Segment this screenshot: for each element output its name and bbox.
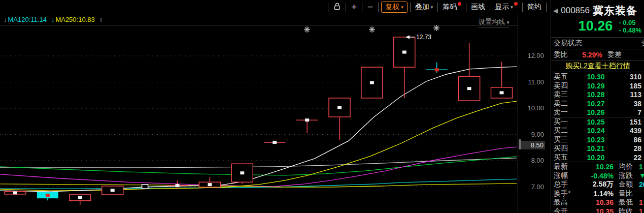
kline-chart[interactable]: 12.73 <box>0 0 519 213</box>
ask-price: 10.30 <box>579 73 613 81</box>
bid-level-label: 买一 <box>554 117 579 127</box>
ask-volume: 7 <box>613 108 641 116</box>
l2-link[interactable]: 购买L2查看十档行情 <box>565 62 630 71</box>
bid-price: 10.23 <box>579 136 613 144</box>
bid-row[interactable]: 买一10.25151 <box>551 117 644 127</box>
stat-value-clipped: 26 <box>639 180 644 189</box>
toolbar-draw-line-button[interactable]: 画线 <box>466 0 490 14</box>
bid-row[interactable]: 买三10.2386 <box>551 135 644 144</box>
back-arrow-icon[interactable]: ◀ <box>553 7 558 14</box>
notification-dot <box>514 2 518 6</box>
toolbar-chips-button[interactable]: 筹码 <box>438 0 466 14</box>
toolbar-simple-button[interactable]: 简约 <box>523 0 546 14</box>
toolbar-chips-label: 筹码 <box>443 3 457 12</box>
axis-label-9.00: 9.00 <box>520 131 544 138</box>
ask-row[interactable]: 卖一10.267 <box>551 108 644 117</box>
event-star-icon <box>433 25 439 31</box>
ma-label-item: ↑ <box>99 16 103 23</box>
stat-value-clipped: 1 <box>639 207 643 213</box>
stats-row: 换手*1.14%量比 <box>551 189 644 198</box>
bid-price: 10.20 <box>579 154 613 162</box>
ask-price: 10.29 <box>579 82 613 90</box>
bid-volume: 86 <box>613 136 641 144</box>
bid-volume: 22 <box>613 154 641 162</box>
price-change-pct: - 0.48% <box>619 26 641 34</box>
bid-row[interactable]: 买二10.24439 <box>551 126 644 135</box>
ma-trend-arrow-icon: ↓ <box>4 16 7 23</box>
ma-white-fast <box>0 67 517 192</box>
toolbar-separator <box>378 3 379 12</box>
stock-code: 000856 <box>561 6 590 16</box>
stat-value: 2.58万 <box>577 180 614 189</box>
toolbar-fuquan-button[interactable]: 复权▾ <box>381 2 408 13</box>
ask-level-label: 卖二 <box>554 99 579 108</box>
toolbar-overlay-button[interactable]: 叠加▾ <box>411 0 438 14</box>
toolbar-zoom-out-button[interactable]: − <box>362 0 378 14</box>
bid-book: 买一10.25151买二10.24439买三10.2386买四10.2128买五… <box>551 117 644 163</box>
axis-label-8.50: 8.50 <box>520 141 545 149</box>
stat-label: 最新 <box>554 162 577 171</box>
l2-upsell-row: 购买L2查看十档行情 <box>551 60 644 72</box>
bid-volume: 28 <box>613 144 641 153</box>
panel-resize-handle[interactable] <box>519 139 521 149</box>
weibi-label: 委比 <box>554 50 568 59</box>
toolbar-draw-line-label: 画线 <box>471 3 485 12</box>
chevron-down-icon: ▾ <box>507 20 510 25</box>
axis-label-12.00: 12.00 <box>520 52 544 59</box>
ma-settings-link[interactable]: 设置均线 ▾ <box>479 17 509 28</box>
event-star-icon <box>369 26 375 33</box>
trade-status-row: 交易状态 交 <box>551 38 644 49</box>
ask-row[interactable]: 卖四10.29185 <box>551 81 644 90</box>
stat-label: 换手* <box>554 189 577 198</box>
axis-label-11.00: 11.00 <box>520 78 544 86</box>
ask-volume: 310 <box>613 73 641 81</box>
axis-label-8.00: 8.00 <box>520 157 544 164</box>
bid-level-label: 买二 <box>554 126 579 135</box>
stock-header: ◀ 000856 冀东装备 <box>551 0 644 17</box>
bid-row[interactable]: 买五10.2022 <box>551 153 644 162</box>
weibi-row: 委比 5.29% 委差 <box>551 49 644 60</box>
toolbar-fuquan-label: 复权 <box>385 3 399 12</box>
stat-label: 总手 <box>554 180 577 189</box>
stats-grid: 最新10.26均价1涨幅-0.48%涨跌▼总手2.58万金额26换手*1.14%… <box>551 162 644 213</box>
stat-value: 10.26 <box>577 163 614 171</box>
high-price-annotation: 12.73 <box>416 34 431 41</box>
stock-name: 冀东装备 <box>593 4 637 18</box>
trade-status-right-clipped: 交 <box>641 39 644 48</box>
bid-level-label: 买三 <box>554 135 579 144</box>
stats-row: 总手2.58万金额26 <box>551 180 644 189</box>
ask-row[interactable]: 卖三10.28113 <box>551 90 644 99</box>
bid-level-label: 买五 <box>554 153 579 162</box>
bid-price: 10.24 <box>579 127 613 135</box>
ask-row[interactable]: 卖二10.2738 <box>551 99 644 108</box>
ask-volume: 185 <box>613 82 641 90</box>
bid-row[interactable]: 买四10.2128 <box>551 144 644 153</box>
bid-level-label: 买四 <box>554 144 579 153</box>
bid-price: 10.21 <box>579 144 613 153</box>
toolbar-lock-button[interactable] <box>328 0 346 14</box>
stats-row: 涨幅-0.48%涨跌▼ <box>551 171 644 180</box>
toolbar-zoom-out-label: − <box>367 2 373 13</box>
stat-value-clipped: 1 <box>639 198 643 206</box>
toolbar-display-button[interactable]: 显示▾ <box>490 0 522 14</box>
toolbar-display-label: 显示 <box>495 3 509 12</box>
axis-label-10.00: 10.00 <box>520 104 544 112</box>
ma120-cyan <box>0 179 517 189</box>
trading-app-window: 12.73 ↓MA120:11.14↓MA250:10.83↑ 设置均线 ▾ +… <box>0 0 644 213</box>
toolbar-zoom-in-label: + <box>351 2 357 13</box>
toolbar-simple-label: 简约 <box>527 3 541 12</box>
ma-label: MA250:10.83 <box>55 16 94 23</box>
ask-row[interactable]: 卖五10.30310 <box>551 72 644 81</box>
last-price: 10.26 <box>579 18 613 34</box>
stats-row: 今开10.35昨收1 <box>551 207 644 213</box>
notification-dot <box>458 2 461 6</box>
toolbar-zoom-in-button[interactable]: + <box>346 0 362 14</box>
bid-volume: 151 <box>613 118 641 126</box>
axis-label-7.00: 7.00 <box>520 183 544 191</box>
stat-label: 最高 <box>554 198 577 207</box>
ask-level-label: 卖三 <box>554 90 579 99</box>
price-change: - 0.05 <box>619 19 635 26</box>
stat-value: 1.14% <box>577 190 614 198</box>
ask-price: 10.26 <box>579 108 613 116</box>
ma-yellow-fast <box>0 101 517 191</box>
